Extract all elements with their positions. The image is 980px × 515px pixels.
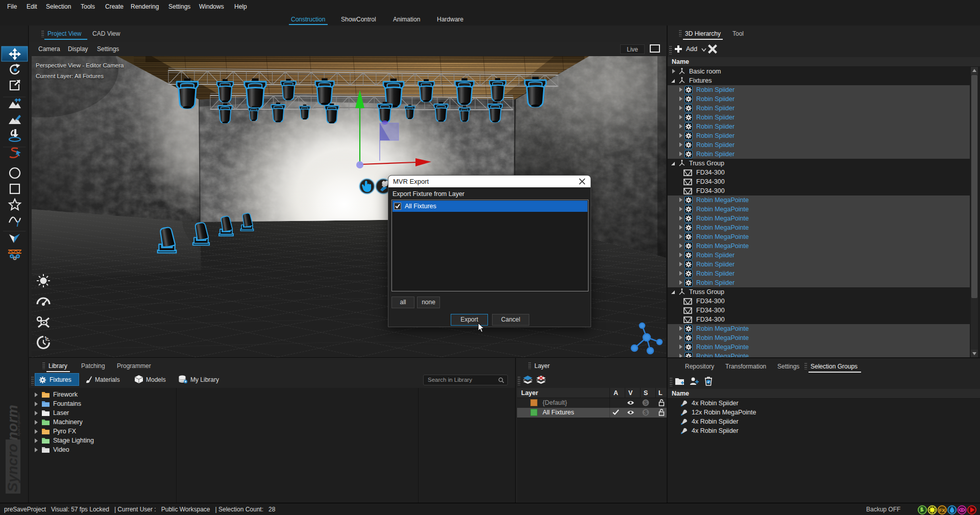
svg-text:FX: FX xyxy=(939,507,946,513)
svg-text:S: S xyxy=(644,400,648,406)
svg-text:Syncro: Syncro xyxy=(5,444,20,492)
svg-text:S: S xyxy=(644,410,648,415)
svg-text:L: L xyxy=(45,336,48,341)
svg-text:...liquid inspiration: ...liquid inspiration xyxy=(17,412,21,439)
